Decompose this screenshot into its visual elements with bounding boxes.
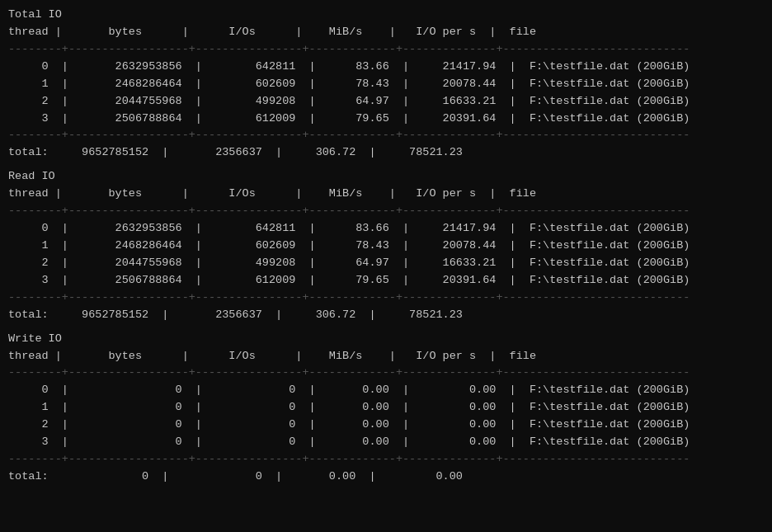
read-io-header: thread | bytes | I/Os | MiB/s | I/O per … — [8, 186, 764, 203]
section-write-io: Write IOthread | bytes | I/Os | MiB/s | … — [8, 331, 764, 486]
write-io-row-1: 1 | 0 | 0 | 0.00 | 0.00 | F:\testfile.da… — [8, 399, 764, 417]
app-container: Total IOthread | bytes | I/Os | MiB/s | … — [8, 7, 764, 486]
read-io-divider-top: --------+------------------+------------… — [8, 203, 764, 220]
write-io-divider-top: --------+------------------+------------… — [8, 365, 764, 382]
read-io-row-1: 1 | 2468286464 | 602609 | 78.43 | 20078.… — [8, 238, 764, 255]
total-io-divider-bottom: --------+------------------+------------… — [8, 127, 764, 144]
section-read-io: Read IOthread | bytes | I/Os | MiB/s | I… — [8, 168, 764, 323]
read-io-title: Read IO — [8, 168, 764, 186]
write-io-row-3: 3 | 0 | 0 | 0.00 | 0.00 | F:\testfile.da… — [8, 434, 764, 451]
total-io-row-0: 0 | 2632953856 | 642811 | 83.66 | 21417.… — [8, 59, 764, 76]
read-io-row-3: 3 | 2506788864 | 612009 | 79.65 | 20391.… — [8, 272, 764, 290]
total-io-row-3: 3 | 2506788864 | 612009 | 79.65 | 20391.… — [8, 111, 764, 128]
read-io-total: total: 9652785152 | 2356637 | 306.72 | 7… — [8, 307, 764, 324]
section-total-io: Total IOthread | bytes | I/Os | MiB/s | … — [8, 7, 764, 162]
write-io-header: thread | bytes | I/Os | MiB/s | I/O per … — [8, 348, 764, 365]
write-io-row-2: 2 | 0 | 0 | 0.00 | 0.00 | F:\testfile.da… — [8, 417, 764, 434]
total-io-divider-top: --------+------------------+------------… — [8, 41, 764, 59]
total-io-row-2: 2 | 2044755968 | 499208 | 64.97 | 16633.… — [8, 93, 764, 111]
write-io-row-0: 0 | 0 | 0 | 0.00 | 0.00 | F:\testfile.da… — [8, 382, 764, 399]
total-io-header: thread | bytes | I/Os | MiB/s | I/O per … — [8, 24, 764, 41]
read-io-row-2: 2 | 2044755968 | 499208 | 64.97 | 16633.… — [8, 255, 764, 272]
total-io-total: total: 9652785152 | 2356637 | 306.72 | 7… — [8, 144, 764, 162]
write-io-total: total: 0 | 0 | 0.00 | 0.00 — [8, 468, 764, 486]
read-io-row-0: 0 | 2632953856 | 642811 | 83.66 | 21417.… — [8, 220, 764, 238]
write-io-title: Write IO — [8, 331, 764, 348]
read-io-divider-bottom: --------+------------------+------------… — [8, 290, 764, 307]
write-io-divider-bottom: --------+------------------+------------… — [8, 451, 764, 468]
total-io-title: Total IO — [8, 7, 764, 24]
total-io-row-1: 1 | 2468286464 | 602609 | 78.43 | 20078.… — [8, 76, 764, 93]
